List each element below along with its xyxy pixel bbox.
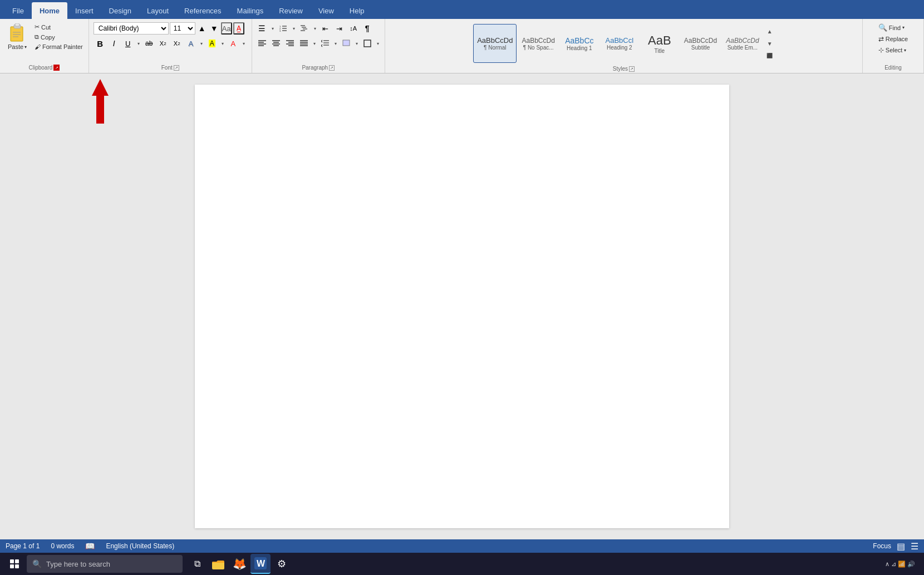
font-group: Calibri (Body) 11 ▲ ▼ Aa A̲ B I U ▾ ab [89, 19, 252, 73]
change-case-button[interactable]: Aa [221, 22, 232, 35]
font-expand-button[interactable]: ↗ [174, 65, 179, 71]
tab-references[interactable]: References [176, 2, 229, 19]
view-read-icon[interactable]: ☰ [911, 541, 918, 552]
underline-button[interactable]: U [121, 37, 135, 50]
paragraph-row-2: ▾ ▾ ▾ ▾ [255, 37, 381, 50]
underline-dropdown[interactable]: ▾ [135, 37, 142, 50]
style-title[interactable]: AaB Title [640, 24, 679, 63]
tab-insert[interactable]: Insert [67, 2, 101, 19]
tab-home[interactable]: Home [32, 2, 67, 19]
increase-indent-button[interactable]: ⇥ [333, 22, 346, 35]
style-subtitle[interactable]: AaBbCcDd Subtitle [680, 24, 721, 63]
settings-button[interactable]: ⚙ [272, 554, 292, 574]
firefox-button[interactable]: 🦊 [229, 554, 249, 574]
justify-dropdown[interactable]: ▾ [311, 37, 318, 50]
show-formatting-button[interactable]: ¶ [361, 22, 374, 35]
style-heading1[interactable]: AaBbCc Heading 1 [560, 24, 599, 63]
clipboard-expand-button[interactable]: ↗ [53, 65, 60, 71]
tab-layout[interactable]: Layout [139, 2, 176, 19]
word-button[interactable]: W [250, 554, 271, 574]
language[interactable]: English (United States) [106, 542, 174, 550]
replace-button[interactable]: ⇄ Replace [876, 34, 910, 44]
text-effects-button[interactable]: A [184, 37, 198, 50]
style-subtleemph[interactable]: AaBbCcDd Subtle Em... [722, 24, 763, 63]
document-area[interactable] [0, 73, 924, 539]
focus-button[interactable]: Focus [873, 542, 891, 550]
proofing-icon[interactable]: 📖 [85, 542, 95, 551]
font-size-select[interactable]: 11 [170, 22, 195, 35]
borders-dropdown[interactable]: ▾ [375, 37, 381, 50]
start-button[interactable] [4, 554, 24, 574]
font-name-select[interactable]: Calibri (Body) [94, 22, 169, 35]
text-highlight-button[interactable]: A [205, 37, 219, 50]
view-layout-icon[interactable]: ▤ [897, 541, 905, 552]
copy-icon: ⧉ [35, 33, 39, 41]
bullets-dropdown[interactable]: ▾ [269, 22, 276, 35]
bold-button[interactable]: B [94, 37, 107, 50]
clipboard-group: Paste ▾ ✂ Cut ⧉ Copy 🖌 [0, 19, 89, 73]
paste-label: Paste ▾ [8, 43, 27, 50]
ribbon-tabs-bar: File Home Insert Design Layout Reference… [0, 0, 924, 19]
style-nospace[interactable]: AaBbCcDd ¶ No Spac... [518, 24, 558, 63]
tab-file[interactable]: File [4, 2, 32, 19]
styles-scroll-controls: ▲ ▼ ⬛ [765, 26, 774, 61]
copy-button[interactable]: ⧉ Copy [32, 32, 85, 42]
styles-expand[interactable]: ⬛ [765, 50, 774, 61]
justify-button[interactable] [297, 37, 311, 50]
tab-mailings[interactable]: Mailings [229, 2, 272, 19]
style-normal[interactable]: AaBbCcDd ¶ Normal [473, 24, 517, 63]
editing-group: 🔍 Find ▾ ⇄ Replace ⊹ Select ▾ [863, 19, 924, 73]
taskbar: 🔍 Type here to search ⧉ 🦊 W ⚙ ∧ ⊿ 📶 🔊 [0, 553, 924, 575]
file-explorer-button[interactable] [208, 554, 228, 574]
tab-review[interactable]: Review [271, 2, 311, 19]
find-button[interactable]: 🔍 Find ▾ [876, 22, 910, 33]
text-effects-dropdown[interactable]: ▾ [198, 37, 205, 50]
tab-view[interactable]: View [311, 2, 342, 19]
shading-dropdown[interactable]: ▾ [353, 37, 360, 50]
word-count[interactable]: 0 words [51, 542, 74, 550]
styles-scroll-up[interactable]: ▲ [765, 26, 774, 37]
decrease-indent-button[interactable]: ⇤ [319, 22, 332, 35]
page-info[interactable]: Page 1 of 1 [6, 542, 40, 550]
bullets-button[interactable]: ☰ [255, 22, 269, 35]
font-color-button[interactable]: A [227, 37, 240, 50]
multilevel-list-button[interactable] [298, 22, 311, 35]
task-view-button[interactable]: ⧉ [187, 554, 207, 574]
borders-button[interactable] [361, 37, 374, 50]
highlight-dropdown[interactable]: ▾ [219, 37, 226, 50]
italic-button[interactable]: I [107, 37, 121, 50]
style-heading2[interactable]: AaBbCcl Heading 2 [600, 24, 639, 63]
format-painter-button[interactable]: 🖌 Format Painter [32, 42, 85, 51]
cut-button[interactable]: ✂ Cut [32, 22, 85, 32]
superscript-button[interactable]: X2 [170, 37, 184, 50]
taskbar-search-box[interactable]: 🔍 Type here to search [27, 555, 183, 573]
tab-help[interactable]: Help [342, 2, 372, 19]
numbering-button[interactable]: 1.2.3. [277, 22, 290, 35]
system-tray[interactable]: ∧ ⊿ 📶 🔊 [885, 561, 915, 568]
paste-button[interactable]: Paste ▾ [3, 22, 31, 51]
numbering-dropdown[interactable]: ▾ [291, 22, 297, 35]
styles-expand-button[interactable]: ↗ [629, 66, 635, 72]
taskbar-right: ∧ ⊿ 📶 🔊 [885, 561, 920, 568]
select-button[interactable]: ⊹ Select ▾ [876, 45, 910, 55]
shading-button[interactable] [340, 37, 353, 50]
svg-text:W: W [257, 559, 266, 568]
decrease-font-size-button[interactable]: ▼ [209, 22, 220, 35]
subscript-button[interactable]: X2 [156, 37, 170, 50]
tab-design[interactable]: Design [101, 2, 139, 19]
align-left-button[interactable] [255, 37, 269, 50]
sort-button[interactable]: ↕A [347, 22, 360, 35]
increase-font-size-button[interactable]: ▲ [196, 22, 208, 35]
line-spacing-dropdown[interactable]: ▾ [332, 37, 339, 50]
paragraph-expand-button[interactable]: ↗ [329, 65, 335, 71]
align-right-button[interactable] [283, 37, 297, 50]
align-center-button[interactable] [269, 37, 283, 50]
strikethrough-button[interactable]: ab [142, 37, 156, 50]
styles-scroll-down[interactable]: ▼ [765, 38, 774, 49]
line-spacing-button[interactable] [318, 37, 332, 50]
clear-formatting-button[interactable]: A̲ [233, 22, 244, 35]
ribbon: Paste ▾ ✂ Cut ⧉ Copy 🖌 [0, 19, 924, 73]
document-page[interactable] [195, 85, 729, 528]
font-color-dropdown[interactable]: ▾ [240, 37, 247, 50]
multilevel-dropdown[interactable]: ▾ [312, 22, 318, 35]
